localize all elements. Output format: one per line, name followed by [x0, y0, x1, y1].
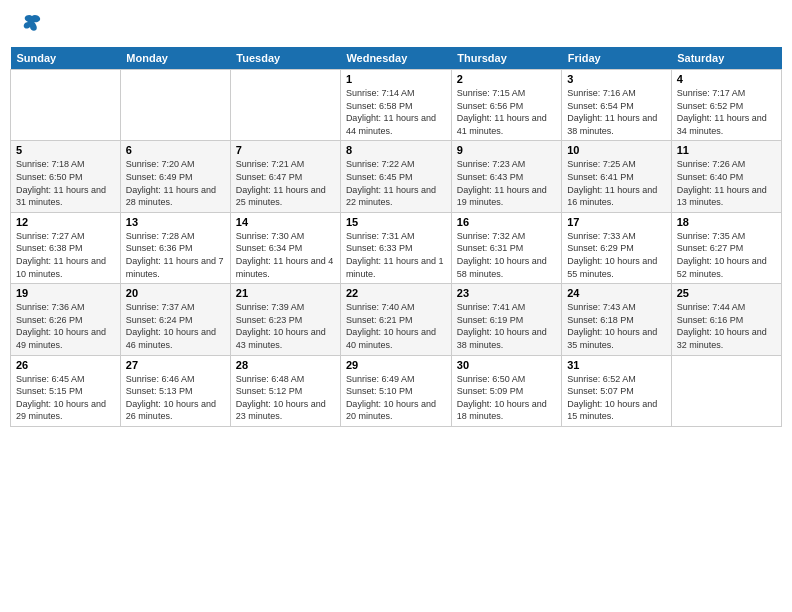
logo: [18, 14, 42, 35]
day-number: 3: [567, 73, 666, 85]
day-header-friday: Friday: [562, 47, 672, 70]
calendar-cell: [230, 70, 340, 141]
day-info: Sunrise: 7:25 AM Sunset: 6:41 PM Dayligh…: [567, 158, 666, 208]
logo-text-block: [18, 14, 42, 35]
day-info: Sunrise: 7:44 AM Sunset: 6:16 PM Dayligh…: [677, 301, 776, 351]
day-number: 31: [567, 359, 666, 371]
day-number: 25: [677, 287, 776, 299]
day-number: 23: [457, 287, 556, 299]
day-number: 28: [236, 359, 335, 371]
day-header-wednesday: Wednesday: [340, 47, 451, 70]
calendar-cell: 24Sunrise: 7:43 AM Sunset: 6:18 PM Dayli…: [562, 284, 672, 355]
day-number: 22: [346, 287, 446, 299]
calendar-cell: 30Sunrise: 6:50 AM Sunset: 5:09 PM Dayli…: [451, 355, 561, 426]
calendar-cell: 23Sunrise: 7:41 AM Sunset: 6:19 PM Dayli…: [451, 284, 561, 355]
calendar-cell: 27Sunrise: 6:46 AM Sunset: 5:13 PM Dayli…: [120, 355, 230, 426]
day-info: Sunrise: 7:30 AM Sunset: 6:34 PM Dayligh…: [236, 230, 335, 280]
calendar-cell: 22Sunrise: 7:40 AM Sunset: 6:21 PM Dayli…: [340, 284, 451, 355]
calendar-cell: 11Sunrise: 7:26 AM Sunset: 6:40 PM Dayli…: [671, 141, 781, 212]
calendar-cell: 10Sunrise: 7:25 AM Sunset: 6:41 PM Dayli…: [562, 141, 672, 212]
logo-container: [18, 14, 42, 35]
calendar-cell: 3Sunrise: 7:16 AM Sunset: 6:54 PM Daylig…: [562, 70, 672, 141]
calendar-cell: 19Sunrise: 7:36 AM Sunset: 6:26 PM Dayli…: [11, 284, 121, 355]
calendar-cell: 13Sunrise: 7:28 AM Sunset: 6:36 PM Dayli…: [120, 212, 230, 283]
day-number: 12: [16, 216, 115, 228]
day-info: Sunrise: 7:28 AM Sunset: 6:36 PM Dayligh…: [126, 230, 225, 280]
day-info: Sunrise: 7:20 AM Sunset: 6:49 PM Dayligh…: [126, 158, 225, 208]
calendar-cell: 16Sunrise: 7:32 AM Sunset: 6:31 PM Dayli…: [451, 212, 561, 283]
logo-line1: [18, 14, 42, 35]
day-header-monday: Monday: [120, 47, 230, 70]
day-info: Sunrise: 7:21 AM Sunset: 6:47 PM Dayligh…: [236, 158, 335, 208]
day-info: Sunrise: 7:41 AM Sunset: 6:19 PM Dayligh…: [457, 301, 556, 351]
calendar-cell: [11, 70, 121, 141]
calendar-cell: 17Sunrise: 7:33 AM Sunset: 6:29 PM Dayli…: [562, 212, 672, 283]
week-row-2: 5Sunrise: 7:18 AM Sunset: 6:50 PM Daylig…: [11, 141, 782, 212]
calendar-cell: 29Sunrise: 6:49 AM Sunset: 5:10 PM Dayli…: [340, 355, 451, 426]
day-info: Sunrise: 7:37 AM Sunset: 6:24 PM Dayligh…: [126, 301, 225, 351]
week-row-5: 26Sunrise: 6:45 AM Sunset: 5:15 PM Dayli…: [11, 355, 782, 426]
week-row-1: 1Sunrise: 7:14 AM Sunset: 6:58 PM Daylig…: [11, 70, 782, 141]
calendar-cell: 12Sunrise: 7:27 AM Sunset: 6:38 PM Dayli…: [11, 212, 121, 283]
day-info: Sunrise: 7:22 AM Sunset: 6:45 PM Dayligh…: [346, 158, 446, 208]
day-info: Sunrise: 6:45 AM Sunset: 5:15 PM Dayligh…: [16, 373, 115, 423]
calendar-cell: 14Sunrise: 7:30 AM Sunset: 6:34 PM Dayli…: [230, 212, 340, 283]
header: [10, 10, 782, 39]
calendar-cell: 1Sunrise: 7:14 AM Sunset: 6:58 PM Daylig…: [340, 70, 451, 141]
page: SundayMondayTuesdayWednesdayThursdayFrid…: [0, 0, 792, 612]
day-info: Sunrise: 6:49 AM Sunset: 5:10 PM Dayligh…: [346, 373, 446, 423]
calendar-cell: 26Sunrise: 6:45 AM Sunset: 5:15 PM Dayli…: [11, 355, 121, 426]
day-info: Sunrise: 7:23 AM Sunset: 6:43 PM Dayligh…: [457, 158, 556, 208]
day-number: 18: [677, 216, 776, 228]
calendar-cell: 25Sunrise: 7:44 AM Sunset: 6:16 PM Dayli…: [671, 284, 781, 355]
day-info: Sunrise: 6:52 AM Sunset: 5:07 PM Dayligh…: [567, 373, 666, 423]
day-number: 6: [126, 144, 225, 156]
day-number: 16: [457, 216, 556, 228]
calendar-cell: 21Sunrise: 7:39 AM Sunset: 6:23 PM Dayli…: [230, 284, 340, 355]
day-number: 8: [346, 144, 446, 156]
calendar-cell: 2Sunrise: 7:15 AM Sunset: 6:56 PM Daylig…: [451, 70, 561, 141]
day-info: Sunrise: 7:14 AM Sunset: 6:58 PM Dayligh…: [346, 87, 446, 137]
calendar-cell: 15Sunrise: 7:31 AM Sunset: 6:33 PM Dayli…: [340, 212, 451, 283]
day-number: 15: [346, 216, 446, 228]
calendar-cell: [671, 355, 781, 426]
day-info: Sunrise: 7:35 AM Sunset: 6:27 PM Dayligh…: [677, 230, 776, 280]
day-info: Sunrise: 7:33 AM Sunset: 6:29 PM Dayligh…: [567, 230, 666, 280]
day-number: 2: [457, 73, 556, 85]
day-info: Sunrise: 7:43 AM Sunset: 6:18 PM Dayligh…: [567, 301, 666, 351]
day-info: Sunrise: 7:26 AM Sunset: 6:40 PM Dayligh…: [677, 158, 776, 208]
day-number: 4: [677, 73, 776, 85]
day-number: 9: [457, 144, 556, 156]
day-number: 17: [567, 216, 666, 228]
day-info: Sunrise: 7:17 AM Sunset: 6:52 PM Dayligh…: [677, 87, 776, 137]
day-number: 19: [16, 287, 115, 299]
calendar-cell: 4Sunrise: 7:17 AM Sunset: 6:52 PM Daylig…: [671, 70, 781, 141]
calendar-cell: 18Sunrise: 7:35 AM Sunset: 6:27 PM Dayli…: [671, 212, 781, 283]
day-number: 13: [126, 216, 225, 228]
calendar-cell: 6Sunrise: 7:20 AM Sunset: 6:49 PM Daylig…: [120, 141, 230, 212]
calendar-cell: 28Sunrise: 6:48 AM Sunset: 5:12 PM Dayli…: [230, 355, 340, 426]
calendar-cell: 7Sunrise: 7:21 AM Sunset: 6:47 PM Daylig…: [230, 141, 340, 212]
calendar-table: SundayMondayTuesdayWednesdayThursdayFrid…: [10, 47, 782, 427]
day-info: Sunrise: 7:18 AM Sunset: 6:50 PM Dayligh…: [16, 158, 115, 208]
day-info: Sunrise: 7:36 AM Sunset: 6:26 PM Dayligh…: [16, 301, 115, 351]
day-number: 7: [236, 144, 335, 156]
day-header-thursday: Thursday: [451, 47, 561, 70]
day-number: 26: [16, 359, 115, 371]
day-info: Sunrise: 7:15 AM Sunset: 6:56 PM Dayligh…: [457, 87, 556, 137]
calendar-cell: [120, 70, 230, 141]
calendar-cell: 5Sunrise: 7:18 AM Sunset: 6:50 PM Daylig…: [11, 141, 121, 212]
day-number: 5: [16, 144, 115, 156]
day-number: 11: [677, 144, 776, 156]
day-number: 10: [567, 144, 666, 156]
day-info: Sunrise: 7:27 AM Sunset: 6:38 PM Dayligh…: [16, 230, 115, 280]
calendar-cell: 20Sunrise: 7:37 AM Sunset: 6:24 PM Dayli…: [120, 284, 230, 355]
day-info: Sunrise: 7:31 AM Sunset: 6:33 PM Dayligh…: [346, 230, 446, 280]
week-row-3: 12Sunrise: 7:27 AM Sunset: 6:38 PM Dayli…: [11, 212, 782, 283]
day-info: Sunrise: 7:40 AM Sunset: 6:21 PM Dayligh…: [346, 301, 446, 351]
day-number: 1: [346, 73, 446, 85]
calendar-header-row: SundayMondayTuesdayWednesdayThursdayFrid…: [11, 47, 782, 70]
day-number: 21: [236, 287, 335, 299]
day-number: 27: [126, 359, 225, 371]
logo-bird-icon: [22, 14, 42, 35]
